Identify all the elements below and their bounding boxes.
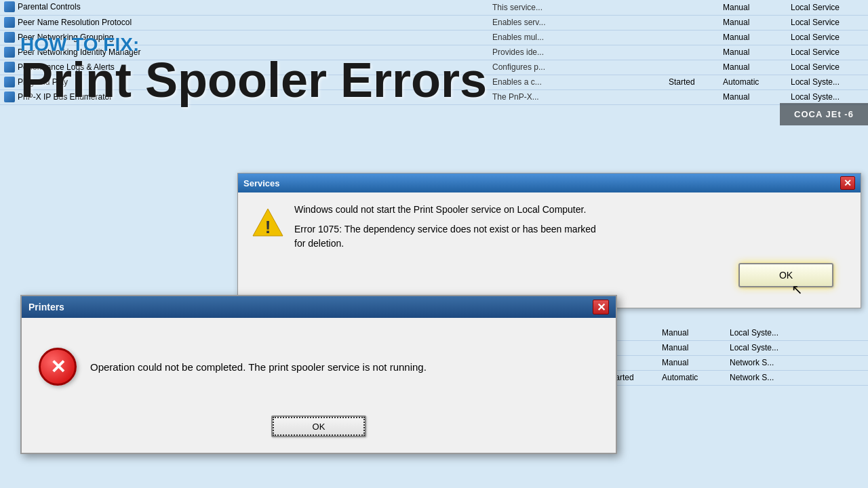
- service-startup: Manual: [719, 0, 787, 15]
- service-status: [665, 60, 719, 75]
- service-logon: Local Service: [787, 30, 868, 45]
- error-x-icon: [39, 348, 77, 386]
- printers-dialog[interactable]: Printers ✕ Operation could not be comple…: [20, 295, 617, 454]
- service-startup: Automatic: [719, 75, 787, 89]
- services-close-button[interactable]: ✕: [840, 176, 855, 190]
- service-desc: Provides ide...: [488, 45, 665, 60]
- printers-dialog-footer: OK: [22, 415, 616, 447]
- service-icon: [4, 92, 15, 102]
- warning-triangle-icon: !: [252, 206, 284, 239]
- service-status: Started: [665, 75, 719, 89]
- service-logon: Network S...: [726, 355, 868, 370]
- service-icon: [4, 32, 15, 43]
- service-status: [665, 45, 719, 60]
- services-error-dialog[interactable]: Services ✕ ! Windows could not start the…: [237, 173, 861, 308]
- services-error-line3: for deletion.: [294, 237, 596, 251]
- service-name: Parental Controls: [18, 2, 81, 12]
- service-startup: Manual: [719, 89, 787, 104]
- services-ok-button[interactable]: OK: [738, 263, 833, 287]
- service-icon: [4, 47, 15, 58]
- service-name: Peer Name Resolution Protocol: [18, 18, 132, 27]
- service-startup: Manual: [719, 60, 787, 75]
- service-startup: Manual: [658, 340, 726, 355]
- services-error-line2: Error 1075: The dependency service does …: [294, 222, 596, 237]
- table-row: Parental Controls This service... Manual…: [0, 0, 868, 15]
- service-icon: [4, 1, 15, 12]
- printers-ok-button[interactable]: OK: [271, 415, 366, 437]
- services-error-text: Windows could not start the Print Spoole…: [294, 203, 596, 251]
- watermark-label: COCA JEt -6: [780, 103, 868, 125]
- service-icon: [4, 62, 15, 73]
- service-logon: Local Service: [787, 15, 868, 30]
- services-dialog-titlebar: Services ✕: [238, 174, 861, 192]
- service-logon: Local Service: [787, 45, 868, 60]
- printers-close-button[interactable]: ✕: [593, 300, 609, 314]
- service-desc: This service...: [488, 0, 665, 15]
- printers-error-message: Operation could not be completed. The pr…: [90, 361, 599, 373]
- services-error-line1: Windows could not start the Print Spoole…: [294, 203, 596, 217]
- main-title: Print Spooler Errors: [20, 56, 487, 104]
- service-desc: Enables serv...: [488, 15, 665, 30]
- service-icon: [4, 77, 15, 87]
- service-startup: Manual: [719, 30, 787, 45]
- service-logon: Local Syste...: [787, 89, 868, 104]
- service-desc: The PnP-X...: [488, 89, 665, 104]
- service-logon: Local Syste...: [726, 325, 868, 340]
- service-logon: Local Syste...: [787, 75, 868, 89]
- service-status: [665, 30, 719, 45]
- service-logon: Local Service: [787, 0, 868, 15]
- cursor: ↖: [791, 281, 803, 298]
- service-startup: Manual: [658, 355, 726, 370]
- service-logon: Local Service: [787, 60, 868, 75]
- service-desc: Enables a c...: [488, 75, 665, 89]
- service-status: [665, 0, 719, 15]
- service-desc: Enables mul...: [488, 30, 665, 45]
- service-desc: Configures p...: [488, 60, 665, 75]
- service-icon: [4, 17, 15, 28]
- service-startup: Manual: [658, 325, 726, 340]
- svg-text:!: !: [265, 217, 271, 237]
- title-overlay: HOW TO FIX: Print Spooler Errors: [20, 34, 487, 104]
- service-startup: Automatic: [658, 370, 726, 385]
- service-logon: Network S...: [726, 370, 868, 385]
- services-dialog-title: Services: [243, 178, 280, 188]
- table-row: Peer Name Resolution Protocol Enables se…: [0, 15, 868, 30]
- printers-dialog-title: Printers: [28, 302, 64, 312]
- service-status: [665, 15, 719, 30]
- services-dialog-body: ! Windows could not start the Print Spoo…: [238, 192, 861, 261]
- printers-dialog-body: Operation could not be completed. The pr…: [22, 318, 616, 415]
- service-startup: Manual: [719, 45, 787, 60]
- service-status: [665, 89, 719, 104]
- printers-titlebar: Printers ✕: [22, 296, 616, 318]
- service-logon: Local Syste...: [726, 340, 868, 355]
- service-startup: Manual: [719, 15, 787, 30]
- warning-icon-container: !: [252, 206, 284, 241]
